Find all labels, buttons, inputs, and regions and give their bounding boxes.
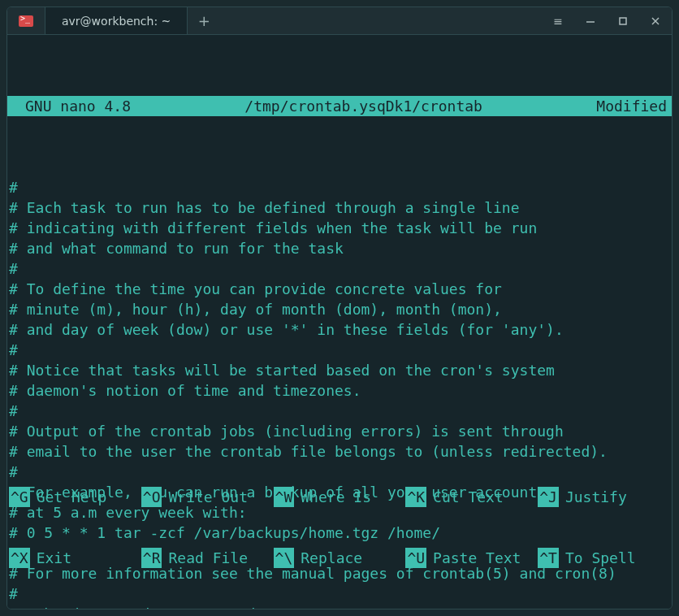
shortcut-key: ^G — [9, 487, 30, 507]
svg-rect-1 — [620, 18, 626, 24]
shortcut-desc: Cut Text — [433, 487, 504, 507]
nano-header-bar: GNU nano 4.8 /tmp/crontab.ysqDk1/crontab… — [7, 96, 672, 116]
editor-line: # Each task to run has to be defined thr… — [9, 197, 670, 218]
shortcut-key: ^X — [9, 548, 30, 568]
shortcut-key: ^O — [141, 487, 162, 507]
maximize-button[interactable] — [607, 7, 639, 34]
shortcut-cell: ^KCut Text — [405, 487, 538, 507]
shortcut-cell: ^UPaste Text — [405, 548, 538, 568]
nano-app-name: GNU nano 4.8 — [25, 96, 131, 116]
shortcut-desc: Justify — [565, 487, 627, 507]
maximize-icon — [617, 15, 629, 27]
shortcut-cell: ^WWhere Is — [274, 487, 406, 507]
nano-shortcut-bar: ^GGet Help^OWrite Out^WWhere Is^KCut Tex… — [7, 446, 672, 609]
shortcut-desc: To Spell — [565, 548, 636, 568]
editor-line: # Output of the crontab jobs (including … — [9, 421, 670, 441]
shortcut-key: ^\ — [274, 548, 295, 568]
close-button[interactable] — [639, 7, 672, 34]
editor-line: # and day of week (dow) or use '*' in th… — [9, 319, 670, 340]
editor-line: # — [9, 258, 670, 279]
editor-line: # Notice that tasks will be started base… — [9, 360, 670, 380]
shortcut-key: ^U — [405, 548, 426, 568]
shortcut-desc: Write Out — [168, 487, 248, 507]
shortcut-cell: ^TTo Spell — [538, 548, 670, 568]
terminal-icon — [19, 15, 33, 27]
titlebar-spacer — [220, 7, 542, 34]
shortcut-cell: ^\Replace — [274, 548, 406, 568]
nano-status: Modified — [596, 96, 667, 116]
close-icon — [650, 15, 661, 27]
shortcut-cell: ^XExit — [9, 548, 141, 568]
editor-line: # minute (m), hour (h), day of month (do… — [9, 299, 670, 319]
hamburger-icon: ≡ — [553, 15, 563, 28]
editor-line: # — [9, 340, 670, 360]
shortcut-desc: Where Is — [301, 487, 371, 507]
shortcut-cell: ^RRead File — [141, 548, 274, 568]
plus-icon: + — [198, 12, 210, 29]
shortcut-desc: Exit — [37, 548, 71, 568]
terminal-viewport[interactable]: GNU nano 4.8 /tmp/crontab.ysqDk1/crontab… — [7, 35, 672, 609]
nano-filename: /tmp/crontab.ysqDk1/crontab — [131, 96, 596, 116]
shortcut-row-1: ^GGet Help^OWrite Out^WWhere Is^KCut Tex… — [9, 487, 670, 507]
shortcut-key: ^R — [141, 548, 162, 568]
shortcut-key: ^W — [274, 487, 295, 507]
shortcut-cell: ^OWrite Out — [141, 487, 274, 507]
shortcut-row-2: ^XExit^RRead File^\Replace^UPaste Text^T… — [9, 548, 670, 568]
terminal-window: avr@workbench: ~ + ≡ GNU nano 4.8 /tmp/c… — [6, 7, 673, 609]
app-icon-box — [7, 7, 45, 34]
shortcut-cell: ^JJustify — [538, 487, 670, 507]
shortcut-desc: Get Help — [37, 487, 107, 507]
editor-line: # To define the time you can provide con… — [9, 279, 670, 299]
terminal-tab[interactable]: avr@workbench: ~ — [45, 7, 188, 34]
window-titlebar: avr@workbench: ~ + ≡ — [7, 7, 672, 35]
shortcut-cell: ^GGet Help — [9, 487, 141, 507]
editor-line: # and what command to run for the task — [9, 238, 670, 258]
shortcut-key: ^K — [405, 487, 426, 507]
shortcut-desc: Read File — [168, 548, 248, 568]
tab-title: avr@workbench: ~ — [62, 15, 171, 28]
editor-line: # — [9, 401, 670, 421]
minimize-icon — [585, 15, 596, 27]
shortcut-key: ^T — [538, 548, 559, 568]
shortcut-desc: Paste Text — [433, 548, 521, 568]
shortcut-desc: Replace — [301, 548, 362, 568]
editor-line: # — [9, 177, 670, 197]
new-tab-button[interactable]: + — [188, 7, 220, 34]
editor-line: # daemon's notion of time and timezones. — [9, 380, 670, 401]
shortcut-key: ^J — [538, 487, 559, 507]
editor-line: # indicating with different fields when … — [9, 218, 670, 238]
hamburger-menu-button[interactable]: ≡ — [542, 7, 574, 34]
minimize-button[interactable] — [574, 7, 607, 34]
